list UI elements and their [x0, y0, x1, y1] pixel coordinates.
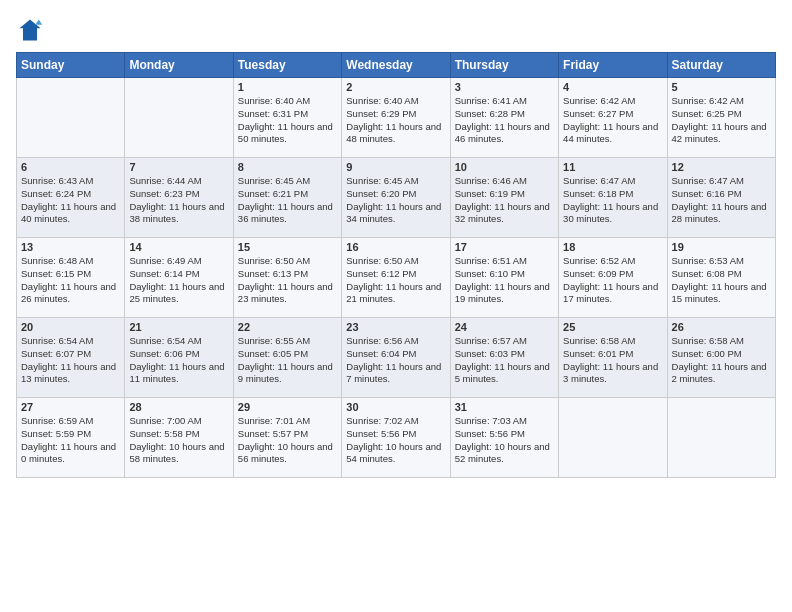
day-info: Sunrise: 7:00 AM Sunset: 5:58 PM Dayligh… [129, 415, 228, 466]
calendar-cell [17, 78, 125, 158]
day-info: Sunrise: 6:51 AM Sunset: 6:10 PM Dayligh… [455, 255, 554, 306]
calendar-cell: 15Sunrise: 6:50 AM Sunset: 6:13 PM Dayli… [233, 238, 341, 318]
calendar-cell: 10Sunrise: 6:46 AM Sunset: 6:19 PM Dayli… [450, 158, 558, 238]
day-number: 21 [129, 321, 228, 333]
day-number: 18 [563, 241, 662, 253]
calendar-cell: 2Sunrise: 6:40 AM Sunset: 6:29 PM Daylig… [342, 78, 450, 158]
day-number: 9 [346, 161, 445, 173]
calendar-cell: 30Sunrise: 7:02 AM Sunset: 5:56 PM Dayli… [342, 398, 450, 478]
day-number: 7 [129, 161, 228, 173]
day-info: Sunrise: 7:03 AM Sunset: 5:56 PM Dayligh… [455, 415, 554, 466]
day-number: 15 [238, 241, 337, 253]
weekday-header: Sunday [17, 53, 125, 78]
day-info: Sunrise: 6:58 AM Sunset: 6:01 PM Dayligh… [563, 335, 662, 386]
calendar-cell: 4Sunrise: 6:42 AM Sunset: 6:27 PM Daylig… [559, 78, 667, 158]
day-number: 27 [21, 401, 120, 413]
day-info: Sunrise: 6:45 AM Sunset: 6:20 PM Dayligh… [346, 175, 445, 226]
day-info: Sunrise: 6:44 AM Sunset: 6:23 PM Dayligh… [129, 175, 228, 226]
day-number: 4 [563, 81, 662, 93]
day-number: 11 [563, 161, 662, 173]
calendar-cell: 25Sunrise: 6:58 AM Sunset: 6:01 PM Dayli… [559, 318, 667, 398]
calendar-cell: 11Sunrise: 6:47 AM Sunset: 6:18 PM Dayli… [559, 158, 667, 238]
calendar-cell: 23Sunrise: 6:56 AM Sunset: 6:04 PM Dayli… [342, 318, 450, 398]
day-info: Sunrise: 6:50 AM Sunset: 6:13 PM Dayligh… [238, 255, 337, 306]
weekday-header: Tuesday [233, 53, 341, 78]
logo [16, 16, 48, 44]
calendar-week-row: 27Sunrise: 6:59 AM Sunset: 5:59 PM Dayli… [17, 398, 776, 478]
page-header [16, 16, 776, 44]
day-number: 2 [346, 81, 445, 93]
day-number: 8 [238, 161, 337, 173]
day-info: Sunrise: 6:56 AM Sunset: 6:04 PM Dayligh… [346, 335, 445, 386]
day-info: Sunrise: 6:46 AM Sunset: 6:19 PM Dayligh… [455, 175, 554, 226]
day-info: Sunrise: 6:40 AM Sunset: 6:31 PM Dayligh… [238, 95, 337, 146]
day-info: Sunrise: 6:47 AM Sunset: 6:18 PM Dayligh… [563, 175, 662, 226]
day-info: Sunrise: 6:41 AM Sunset: 6:28 PM Dayligh… [455, 95, 554, 146]
calendar-cell: 1Sunrise: 6:40 AM Sunset: 6:31 PM Daylig… [233, 78, 341, 158]
day-info: Sunrise: 6:40 AM Sunset: 6:29 PM Dayligh… [346, 95, 445, 146]
weekday-header: Thursday [450, 53, 558, 78]
calendar-cell: 3Sunrise: 6:41 AM Sunset: 6:28 PM Daylig… [450, 78, 558, 158]
day-number: 26 [672, 321, 771, 333]
day-number: 20 [21, 321, 120, 333]
day-info: Sunrise: 6:54 AM Sunset: 6:06 PM Dayligh… [129, 335, 228, 386]
day-info: Sunrise: 6:55 AM Sunset: 6:05 PM Dayligh… [238, 335, 337, 386]
day-info: Sunrise: 6:57 AM Sunset: 6:03 PM Dayligh… [455, 335, 554, 386]
day-info: Sunrise: 6:50 AM Sunset: 6:12 PM Dayligh… [346, 255, 445, 306]
weekday-header: Monday [125, 53, 233, 78]
weekday-header: Friday [559, 53, 667, 78]
calendar-week-row: 20Sunrise: 6:54 AM Sunset: 6:07 PM Dayli… [17, 318, 776, 398]
calendar-table: SundayMondayTuesdayWednesdayThursdayFrid… [16, 52, 776, 478]
day-info: Sunrise: 6:42 AM Sunset: 6:27 PM Dayligh… [563, 95, 662, 146]
day-number: 5 [672, 81, 771, 93]
day-info: Sunrise: 6:59 AM Sunset: 5:59 PM Dayligh… [21, 415, 120, 466]
calendar-cell: 28Sunrise: 7:00 AM Sunset: 5:58 PM Dayli… [125, 398, 233, 478]
calendar-cell [559, 398, 667, 478]
calendar-cell: 22Sunrise: 6:55 AM Sunset: 6:05 PM Dayli… [233, 318, 341, 398]
calendar-cell: 5Sunrise: 6:42 AM Sunset: 6:25 PM Daylig… [667, 78, 775, 158]
calendar-cell: 24Sunrise: 6:57 AM Sunset: 6:03 PM Dayli… [450, 318, 558, 398]
calendar-cell: 20Sunrise: 6:54 AM Sunset: 6:07 PM Dayli… [17, 318, 125, 398]
day-info: Sunrise: 7:02 AM Sunset: 5:56 PM Dayligh… [346, 415, 445, 466]
calendar-cell: 6Sunrise: 6:43 AM Sunset: 6:24 PM Daylig… [17, 158, 125, 238]
day-number: 6 [21, 161, 120, 173]
calendar-cell: 12Sunrise: 6:47 AM Sunset: 6:16 PM Dayli… [667, 158, 775, 238]
day-number: 31 [455, 401, 554, 413]
day-info: Sunrise: 7:01 AM Sunset: 5:57 PM Dayligh… [238, 415, 337, 466]
calendar-cell [125, 78, 233, 158]
calendar-cell: 31Sunrise: 7:03 AM Sunset: 5:56 PM Dayli… [450, 398, 558, 478]
calendar-cell: 16Sunrise: 6:50 AM Sunset: 6:12 PM Dayli… [342, 238, 450, 318]
day-info: Sunrise: 6:43 AM Sunset: 6:24 PM Dayligh… [21, 175, 120, 226]
calendar-cell: 14Sunrise: 6:49 AM Sunset: 6:14 PM Dayli… [125, 238, 233, 318]
day-info: Sunrise: 6:52 AM Sunset: 6:09 PM Dayligh… [563, 255, 662, 306]
day-info: Sunrise: 6:54 AM Sunset: 6:07 PM Dayligh… [21, 335, 120, 386]
weekday-header-row: SundayMondayTuesdayWednesdayThursdayFrid… [17, 53, 776, 78]
calendar-cell: 19Sunrise: 6:53 AM Sunset: 6:08 PM Dayli… [667, 238, 775, 318]
day-info: Sunrise: 6:53 AM Sunset: 6:08 PM Dayligh… [672, 255, 771, 306]
day-number: 23 [346, 321, 445, 333]
calendar-cell [667, 398, 775, 478]
calendar-cell: 29Sunrise: 7:01 AM Sunset: 5:57 PM Dayli… [233, 398, 341, 478]
day-info: Sunrise: 6:58 AM Sunset: 6:00 PM Dayligh… [672, 335, 771, 386]
calendar-cell: 13Sunrise: 6:48 AM Sunset: 6:15 PM Dayli… [17, 238, 125, 318]
weekday-header: Wednesday [342, 53, 450, 78]
calendar-cell: 7Sunrise: 6:44 AM Sunset: 6:23 PM Daylig… [125, 158, 233, 238]
calendar-cell: 26Sunrise: 6:58 AM Sunset: 6:00 PM Dayli… [667, 318, 775, 398]
day-number: 29 [238, 401, 337, 413]
calendar-cell: 17Sunrise: 6:51 AM Sunset: 6:10 PM Dayli… [450, 238, 558, 318]
day-info: Sunrise: 6:47 AM Sunset: 6:16 PM Dayligh… [672, 175, 771, 226]
day-info: Sunrise: 6:49 AM Sunset: 6:14 PM Dayligh… [129, 255, 228, 306]
day-number: 17 [455, 241, 554, 253]
calendar-cell: 9Sunrise: 6:45 AM Sunset: 6:20 PM Daylig… [342, 158, 450, 238]
day-number: 24 [455, 321, 554, 333]
calendar-week-row: 6Sunrise: 6:43 AM Sunset: 6:24 PM Daylig… [17, 158, 776, 238]
day-number: 10 [455, 161, 554, 173]
day-number: 16 [346, 241, 445, 253]
weekday-header: Saturday [667, 53, 775, 78]
svg-marker-1 [35, 20, 42, 25]
day-number: 1 [238, 81, 337, 93]
day-info: Sunrise: 6:48 AM Sunset: 6:15 PM Dayligh… [21, 255, 120, 306]
calendar-cell: 27Sunrise: 6:59 AM Sunset: 5:59 PM Dayli… [17, 398, 125, 478]
calendar-week-row: 13Sunrise: 6:48 AM Sunset: 6:15 PM Dayli… [17, 238, 776, 318]
day-number: 22 [238, 321, 337, 333]
